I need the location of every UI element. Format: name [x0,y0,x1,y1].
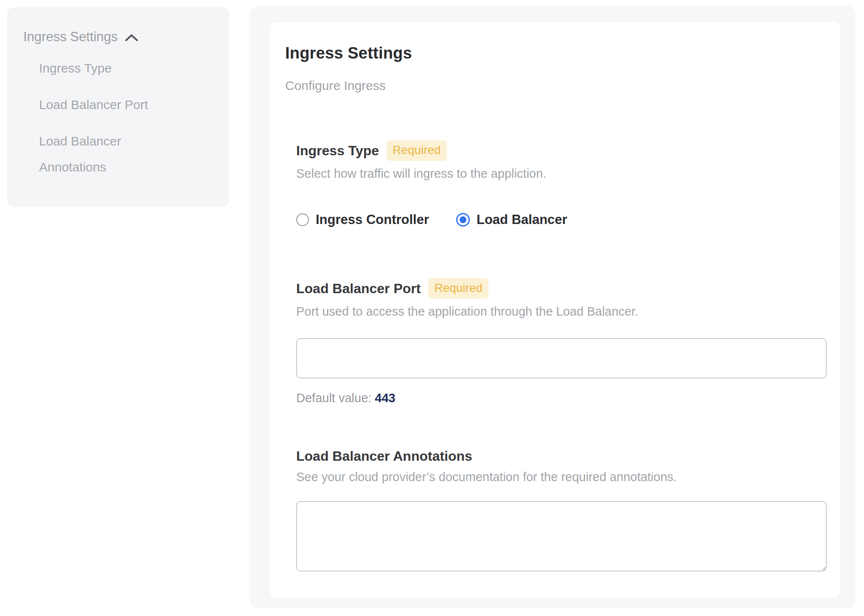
load-balancer-annotations-heading: Load Balancer Annotations [296,448,472,464]
sidebar-item-load-balancer-annotations[interactable]: Load Balancer Annotations [39,128,179,180]
sidebar-group-ingress-settings[interactable]: Ingress Settings [23,29,214,45]
sidebar-item-ingress-type[interactable]: Ingress Type [39,55,179,81]
load-balancer-port-input[interactable] [296,338,827,378]
page-title: Ingress Settings [285,44,825,62]
page-subtitle: Configure Ingress [285,78,825,93]
ingress-type-heading: Ingress Type [296,143,379,159]
main-panel: Ingress Settings Configure Ingress Ingre… [250,6,856,608]
sidebar-item-list: Ingress Type Load Balancer Port Load Bal… [23,55,214,180]
default-value-row: Default value:443 [296,391,825,405]
required-badge: Required [428,278,488,299]
ingress-type-radio-group: Ingress Controller Load Balancer [296,212,825,227]
radio-option-load-balancer[interactable]: Load Balancer [456,212,567,227]
required-badge: Required [387,140,447,161]
ingress-settings-card: Ingress Settings Configure Ingress Ingre… [270,22,840,598]
section-load-balancer-port: Load Balancer Port Required Port used to… [296,278,825,405]
chevron-up-icon [124,33,139,42]
radio-label-ingress-controller: Ingress Controller [316,212,429,227]
load-balancer-annotations-textarea[interactable] [296,501,827,571]
default-value-label: Default value: [296,391,371,405]
settings-sidebar: Ingress Settings Ingress Type Load Balan… [7,7,229,207]
radio-selected-icon[interactable] [456,213,470,227]
load-balancer-port-description: Port used to access the application thro… [296,305,825,319]
radio-option-ingress-controller[interactable]: Ingress Controller [296,212,429,227]
load-balancer-port-heading: Load Balancer Port [296,281,421,297]
sidebar-item-load-balancer-port[interactable]: Load Balancer Port [39,92,179,118]
radio-label-load-balancer: Load Balancer [477,212,567,227]
section-load-balancer-annotations: Load Balancer Annotations See your cloud… [296,448,825,571]
radio-unselected-icon[interactable] [296,213,309,226]
sidebar-group-label: Ingress Settings [23,29,118,45]
load-balancer-annotations-description: See your cloud provider’s documentation … [296,470,825,484]
default-value: 443 [375,391,395,405]
section-ingress-type: Ingress Type Required Select how traffic… [296,140,825,227]
ingress-type-description: Select how traffic will ingress to the a… [296,167,825,181]
